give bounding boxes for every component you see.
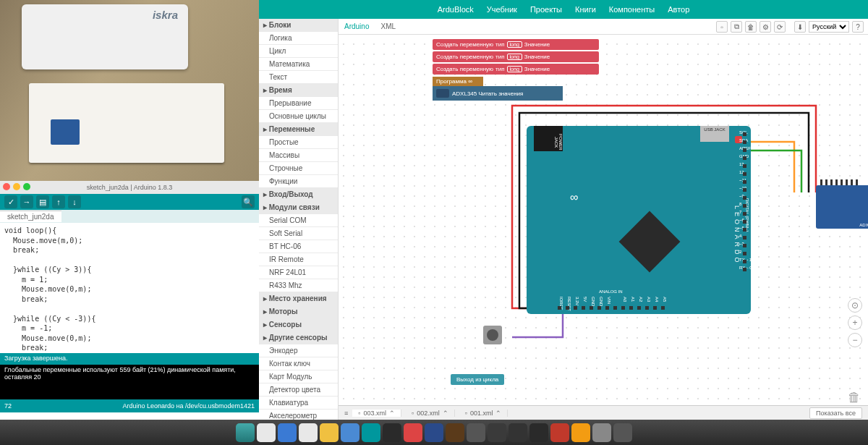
language-select[interactable]: Русский (809, 21, 849, 33)
close-icon[interactable] (3, 183, 10, 190)
dock-photoshop-icon[interactable] (425, 423, 443, 442)
dock-app-icon[interactable] (550, 423, 569, 442)
refresh-icon[interactable]: ⟳ (774, 21, 786, 33)
category-вход/выход[interactable]: ▸ Вход/Выход (259, 188, 338, 201)
dock-app-icon[interactable] (529, 423, 548, 442)
category-логика[interactable]: Логика (259, 32, 338, 45)
nav-ardublock[interactable]: ArduBlock (438, 5, 474, 14)
category-bt-hc-06[interactable]: BT HC-06 (259, 240, 338, 253)
category-модули-связи[interactable]: ▸ Модули связи (259, 201, 338, 214)
nav-projects[interactable]: Проекты (530, 5, 562, 14)
zoom-center-button[interactable]: ⊙ (848, 298, 862, 313)
category-цикл[interactable]: Цикл (259, 45, 338, 58)
file-tab-1[interactable]: ▫ 003.xml ⌃ (352, 410, 401, 417)
dock-app-icon[interactable] (571, 423, 590, 442)
category-serial-com[interactable]: Serial COM (259, 214, 338, 227)
block-create-var-1[interactable]: Создать переменнуюx ▾ типlong Значение (433, 39, 599, 50)
nav-components[interactable]: Компоненты (609, 5, 655, 14)
nav-books[interactable]: Книги (575, 5, 596, 14)
upload-button[interactable]: → (20, 195, 33, 208)
block-create-var-2[interactable]: Создать переменнуюy ▾ типlong Значение (433, 51, 599, 62)
trash-icon[interactable]: 🗑 (745, 21, 757, 33)
category-сенсоры[interactable]: ▸ Сенсоры (259, 318, 338, 331)
category-энкодер[interactable]: Энкодер (259, 344, 338, 357)
dock-finder-icon[interactable] (236, 423, 255, 442)
category-переменные[interactable]: ▸ Переменные (259, 123, 338, 136)
bottom-pin-rail: IOREFRESET3.3V5VGNDGNDVINA0A1A2A3A4A5 (556, 297, 667, 310)
category-простые[interactable]: Простые (259, 136, 338, 149)
zoom-out-button[interactable]: − (848, 333, 862, 347)
save-button[interactable]: ↓ (68, 195, 81, 208)
block-create-var-3[interactable]: Создать переменнуюz ▾ типlong Значение (433, 64, 599, 75)
copy-icon[interactable]: ⧉ (731, 21, 742, 33)
sketch-tab[interactable]: sketch_jun2da (0, 211, 61, 222)
category-nrf-24l01[interactable]: NRF 24L01 (259, 266, 338, 279)
file-tab-2[interactable]: ▫ 002.xml ⌃ (406, 410, 455, 417)
add-tab-button[interactable]: ≡ (344, 410, 348, 417)
dock-app-icon[interactable] (613, 423, 632, 442)
category-другие-сенсоры[interactable]: ▸ Другие сенсоры (259, 331, 338, 344)
open-button[interactable]: ↑ (52, 195, 65, 208)
category-место-хранения[interactable]: ▸ Место хранения (259, 292, 338, 305)
show-all-button[interactable]: Показать все (809, 407, 862, 419)
dock-app-icon[interactable] (383, 423, 401, 442)
category-карт-модуль[interactable]: Карт Модуль (259, 370, 338, 383)
category-моторы[interactable]: ▸ Моторы (259, 305, 338, 318)
category-функции[interactable]: Функции (259, 175, 338, 188)
pin-5: ~5 (739, 226, 746, 234)
dock-app-icon[interactable] (257, 423, 276, 442)
dock-app-icon[interactable] (509, 423, 527, 442)
category-основные-циклы[interactable]: Основные циклы (259, 110, 338, 123)
category-текст[interactable]: Текст (259, 71, 338, 84)
minimize-icon[interactable] (13, 183, 20, 190)
category-ir-remote[interactable]: IR Remote (259, 253, 338, 266)
dock-app-icon[interactable] (467, 423, 485, 442)
category-массивы[interactable]: Массивы (259, 149, 338, 162)
dock-app-icon[interactable] (404, 423, 422, 442)
category-блоки[interactable]: ▸ Блоки (259, 19, 338, 32)
tab-arduino[interactable]: Arduino (344, 22, 369, 30)
zoom-in-button[interactable]: + (848, 315, 862, 330)
category-клавиатура[interactable]: Клавиатура (259, 397, 338, 410)
block-exit-loop[interactable]: Выход из цикла (451, 374, 504, 385)
code-editor[interactable]: void loop(){ Mouse.move(m,0); break; }wh… (0, 223, 259, 353)
category-математика[interactable]: Математика (259, 58, 338, 71)
new-button[interactable]: ▤ (36, 195, 49, 208)
maximize-icon[interactable] (23, 183, 30, 190)
macos-dock[interactable] (0, 420, 868, 445)
block-program[interactable]: Программа ∞ (433, 77, 483, 86)
category-контак-ключ[interactable]: Контак ключ (259, 357, 338, 370)
verify-button[interactable]: ✓ (4, 195, 17, 208)
category-строчные[interactable]: Строчные (259, 162, 338, 175)
canvas-trash-icon[interactable]: 🗑 (848, 390, 861, 405)
dock-arduino-icon[interactable] (362, 423, 380, 442)
nav-author[interactable]: Автор (668, 5, 689, 14)
dock-illustrator-icon[interactable] (446, 423, 464, 442)
code-blocks-area[interactable]: Создать переменнуюx ▾ типlong Значение С… (433, 39, 599, 101)
nav-tutorial[interactable]: Учебник (487, 5, 517, 14)
window-traffic-lights[interactable] (3, 183, 30, 190)
category-sidebar[interactable]: ▸ БлокиЛогикаЦиклМатематикаТекст▸ ВремяП… (259, 19, 339, 420)
dock-app-icon[interactable] (341, 423, 359, 442)
category-время[interactable]: ▸ Время (259, 84, 338, 97)
serial-monitor-button[interactable]: 🔍 (242, 195, 255, 208)
category-акселерометр[interactable]: Акселерометр (259, 410, 338, 420)
settings-icon[interactable]: ⚙ (760, 21, 771, 33)
category-детектор-цвета[interactable]: Детектор цвета (259, 383, 338, 397)
dock-app-icon[interactable] (299, 423, 318, 442)
dock-app-icon[interactable] (592, 423, 611, 442)
download-icon[interactable]: ⬇ (794, 21, 806, 33)
category-r433-mhz[interactable]: R433 Mhz (259, 279, 338, 292)
dock-app-icon[interactable] (278, 423, 297, 442)
dock-app-icon[interactable] (488, 423, 506, 442)
category-прерывание[interactable]: Прерывание (259, 97, 338, 110)
new-file-icon[interactable]: ▫ (716, 21, 728, 33)
arduino-ide-window: sketch_jun2da | Arduino 1.8.3 ✓ → ▤ ↑ ↓ … (0, 181, 259, 420)
search-icon[interactable]: ? (852, 21, 864, 33)
canvas-workspace[interactable]: Arduino XML ▫ ⧉ 🗑 ⚙ ⟳ ⬇ Русский ? Создат… (339, 19, 868, 420)
file-tab-3[interactable]: ▫ 001.xml ⌃ (459, 410, 509, 417)
dock-app-icon[interactable] (320, 423, 339, 442)
tab-xml[interactable]: XML (380, 22, 396, 30)
category-soft-serial[interactable]: Soft Serial (259, 227, 338, 240)
pin-RESET: RESET (563, 297, 571, 310)
